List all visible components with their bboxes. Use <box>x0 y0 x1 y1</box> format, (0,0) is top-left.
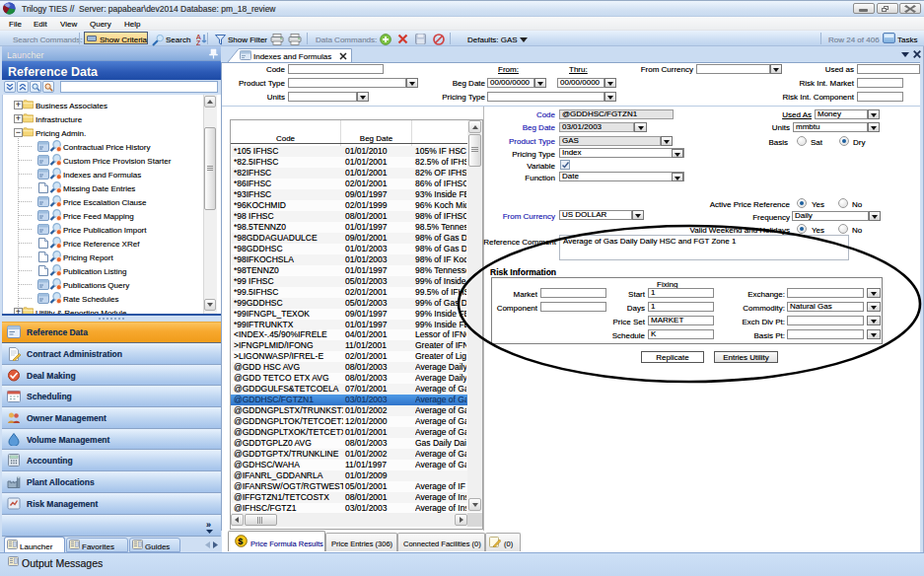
svg-text:Z: Z <box>196 39 201 45</box>
svg-text:$: $ <box>238 537 243 546</box>
